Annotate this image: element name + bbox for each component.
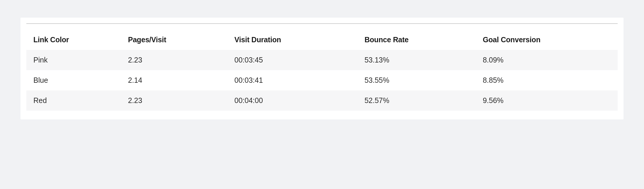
cell-visit-duration: 00:03:41	[227, 70, 357, 90]
cell-link-color: Blue	[26, 70, 121, 90]
cell-bounce-rate: 53.13%	[357, 50, 476, 70]
table-row: Blue 2.14 00:03:41 53.55% 8.85%	[26, 70, 618, 90]
table-header-row: Link Color Pages/Visit Visit Duration Bo…	[26, 30, 618, 50]
table-row: Red 2.23 00:04:00 52.57% 9.56%	[26, 90, 618, 111]
cell-link-color: Pink	[26, 50, 121, 70]
table-card: Link Color Pages/Visit Visit Duration Bo…	[20, 18, 624, 119]
table-row: Pink 2.23 00:03:45 53.13% 8.09%	[26, 50, 618, 70]
divider	[26, 23, 618, 24]
data-table: Link Color Pages/Visit Visit Duration Bo…	[26, 30, 618, 111]
cell-bounce-rate: 52.57%	[357, 90, 476, 111]
header-visit-duration: Visit Duration	[227, 30, 357, 50]
cell-bounce-rate: 53.55%	[357, 70, 476, 90]
cell-link-color: Red	[26, 90, 121, 111]
cell-goal-conversion: 9.56%	[476, 90, 618, 111]
cell-visit-duration: 00:04:00	[227, 90, 357, 111]
header-goal-conversion: Goal Conversion	[476, 30, 618, 50]
cell-goal-conversion: 8.09%	[476, 50, 618, 70]
cell-pages-visit: 2.23	[121, 50, 227, 70]
cell-pages-visit: 2.14	[121, 70, 227, 90]
header-bounce-rate: Bounce Rate	[357, 30, 476, 50]
cell-visit-duration: 00:03:45	[227, 50, 357, 70]
cell-goal-conversion: 8.85%	[476, 70, 618, 90]
header-pages-visit: Pages/Visit	[121, 30, 227, 50]
cell-pages-visit: 2.23	[121, 90, 227, 111]
header-link-color: Link Color	[26, 30, 121, 50]
